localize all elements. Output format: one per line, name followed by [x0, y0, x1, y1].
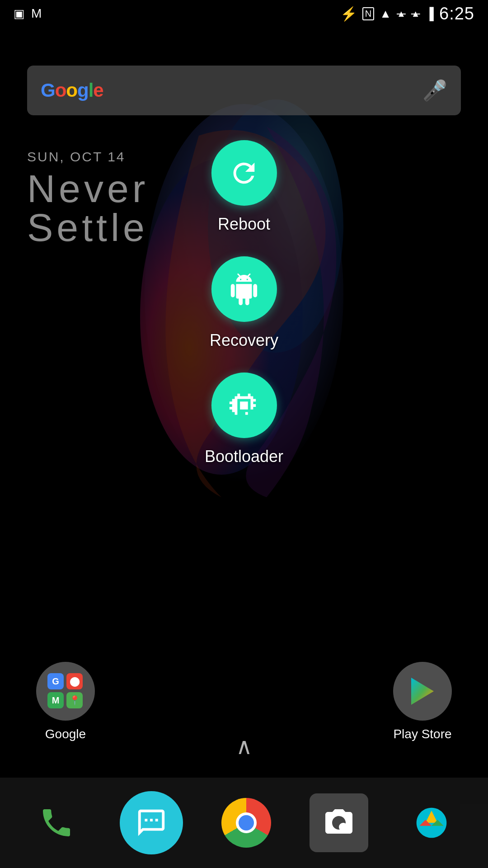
messages-icon: [136, 807, 167, 839]
chip-icon: [228, 390, 260, 421]
status-time: 6:25: [439, 4, 474, 24]
wifi-icon: ▲: [380, 7, 391, 21]
photos-icon: [413, 805, 450, 841]
app-drawer-arrow[interactable]: ∧: [236, 733, 253, 760]
play-store-label: Play Store: [393, 727, 451, 741]
recovery-item[interactable]: Recovery: [210, 256, 278, 350]
bootloader-button[interactable]: [211, 373, 277, 438]
bottom-dock: [0, 778, 488, 868]
bootloader-item[interactable]: Bootloader: [205, 373, 283, 466]
status-right-icons: ⚡ N ▲ ▲ ▲ ▐ 6:25: [340, 4, 474, 24]
gmail-mini-icon: M: [47, 692, 64, 708]
status-left-icons: ▣ M: [14, 6, 42, 21]
reboot-label: Reboot: [218, 215, 270, 234]
gmail-status-icon: M: [31, 6, 42, 21]
google-search-bar[interactable]: Google 🎤: [27, 66, 461, 115]
mini-icon-grid: G ⬤ M 📍: [47, 673, 84, 709]
recovery-button[interactable]: [211, 256, 277, 322]
android-icon: [228, 274, 260, 305]
battery-icon: ▐: [426, 7, 434, 21]
photos-dock-item[interactable]: [400, 791, 463, 854]
google-logo: Google: [41, 80, 103, 101]
google-folder-icon[interactable]: G ⬤ M 📍: [36, 662, 95, 721]
play-store-icon[interactable]: [393, 662, 452, 721]
mic-icon[interactable]: 🎤: [422, 79, 447, 102]
motto-line2: Settle: [27, 208, 149, 247]
camera-icon: [323, 807, 355, 839]
sim-status-icon: ▣: [14, 7, 25, 21]
reboot-menu: Reboot Recovery Bootloader: [205, 140, 283, 466]
maps-mini-icon: 📍: [66, 692, 83, 708]
phone-dock-item[interactable]: [25, 791, 88, 854]
date-section: SUN, OCT 14 Never Settle: [27, 149, 149, 247]
chrome-center-dot: [236, 812, 257, 833]
motto-line1: Never: [27, 169, 149, 208]
nfc-icon: N: [362, 7, 374, 20]
messages-dock-item[interactable]: [120, 791, 183, 854]
camera-dock-item[interactable]: [310, 793, 368, 852]
google-folder-app[interactable]: G ⬤ M 📍 Google: [36, 662, 95, 741]
play-store-app[interactable]: Play Store: [393, 662, 452, 741]
signal1-icon: ▲: [397, 9, 406, 19]
dock-apps: G ⬤ M 📍 Google: [0, 662, 488, 741]
signal2-icon: ▲: [411, 9, 420, 19]
recovery-label: Recovery: [210, 331, 278, 350]
date-text: SUN, OCT 14: [27, 149, 149, 165]
chrome-dock-item[interactable]: [215, 791, 278, 854]
reboot-icon: [228, 157, 260, 189]
play-store-triangle-icon: [407, 675, 438, 707]
chrome-mini-icon: ⬤: [66, 673, 83, 689]
reboot-item[interactable]: Reboot: [211, 140, 277, 234]
bluetooth-icon: ⚡: [340, 6, 357, 22]
google-g-icon: G: [47, 673, 64, 689]
status-bar: ▣ M ⚡ N ▲ ▲ ▲ ▐ 6:25: [0, 0, 488, 27]
motto-text: Never Settle: [27, 169, 149, 247]
svg-marker-3: [411, 678, 434, 705]
play-triangle-wrap: [404, 673, 441, 709]
bootloader-label: Bootloader: [205, 447, 283, 466]
reboot-button[interactable]: [211, 140, 277, 206]
chrome-icon: [221, 798, 271, 848]
google-folder-label: Google: [45, 727, 86, 741]
phone-icon: [38, 805, 75, 841]
